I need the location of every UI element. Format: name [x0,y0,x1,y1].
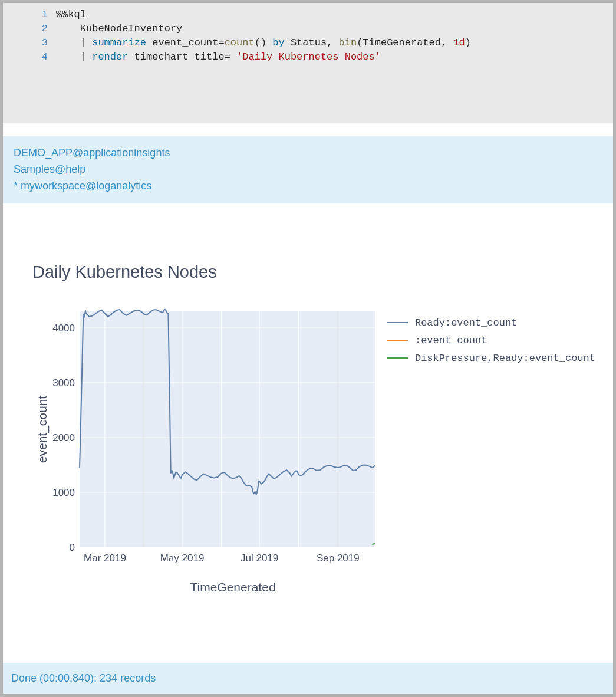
legend-swatch [387,357,408,359]
legend-swatch [387,322,408,323]
workspace-entry[interactable]: DEMO_APP@applicationinsights [14,144,602,161]
y-tick: 4000 [52,323,75,334]
code-content[interactable]: %%kql [56,8,86,22]
y-tick: 1000 [52,487,75,498]
legend-label: :event_count [415,335,487,346]
svg-rect-0 [80,311,375,547]
legend-item[interactable]: Ready:event_count [387,314,595,331]
line-number: 4 [3,50,56,64]
legend-swatch [387,340,408,341]
legend-label: DiskPressure,Ready:event_count [415,353,595,364]
x-tick: May 2019 [160,553,205,564]
workspace-entry[interactable]: * myworkspace@loganalytics [14,177,602,194]
code-cell[interactable]: 1%%kql2 KubeNodeInventory3 | summarize e… [3,3,613,123]
notebook-window: 1%%kql2 KubeNodeInventory3 | summarize e… [2,2,614,695]
y-tick: 3000 [52,377,75,389]
y-axis-label: event_count [35,396,50,463]
x-axis-label: TimeGenerated [190,580,275,594]
legend-label: Ready:event_count [415,317,517,328]
status-bar: Done (00:00.840): 234 records [3,663,613,694]
line-chart[interactable]: 01000200030004000 Mar 2019May 2019Jul 20… [32,305,375,594]
line-number: 1 [3,8,56,22]
code-content[interactable]: | render timechart title= 'Daily Kuberne… [56,50,381,64]
x-tick: Jul 2019 [241,553,278,564]
y-tick: 2000 [52,432,75,443]
line-number: 2 [3,22,56,36]
code-content[interactable]: KubeNodeInventory [56,22,182,36]
legend-item[interactable]: :event_count [387,331,595,349]
chart-legend: Ready:event_count:event_countDiskPressur… [375,305,595,367]
legend-item[interactable]: DiskPressure,Ready:event_count [387,349,595,367]
code-content[interactable]: | summarize event_count=count() by Statu… [56,36,471,50]
workspace-banner: DEMO_APP@applicationinsights Samples@hel… [3,136,613,203]
chart-title: Daily Kubernetes Nodes [32,262,595,282]
line-number: 3 [3,36,56,50]
x-tick: Sep 2019 [317,553,360,564]
y-tick: 0 [70,542,75,553]
chart-output: Daily Kubernetes Nodes 01000200030004000… [3,203,613,663]
workspace-entry[interactable]: Samples@help [14,161,602,177]
x-tick: Mar 2019 [84,553,126,564]
